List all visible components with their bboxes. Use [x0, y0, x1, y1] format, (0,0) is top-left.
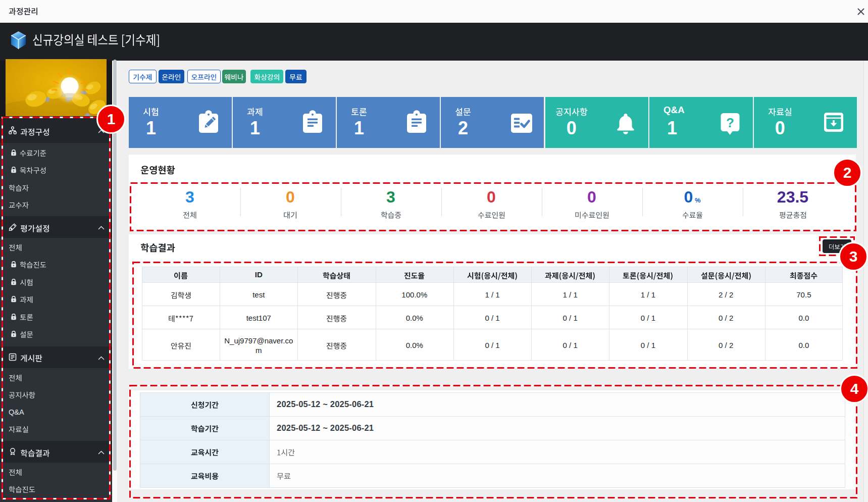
svg-text:?: ? [726, 115, 734, 130]
